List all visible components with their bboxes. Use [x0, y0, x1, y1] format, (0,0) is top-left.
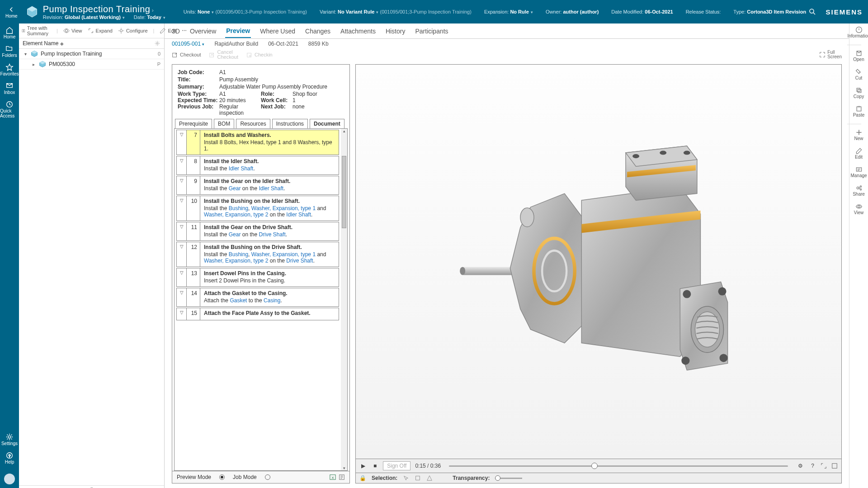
checkout-button[interactable]: Checkout [172, 52, 201, 58]
step-row[interactable]: ▽ 14 Attach the Gasket to the Casing. At… [176, 288, 339, 307]
step-collapse-icon[interactable]: ▽ [177, 242, 187, 267]
step-collapse-icon[interactable]: ▽ [177, 268, 187, 286]
doc-tab-instructions[interactable]: Instructions [272, 119, 308, 128]
job-mode-label: Job Mode [233, 474, 257, 480]
preview-mode-radio[interactable] [219, 474, 225, 480]
configure-button[interactable]: Configure [118, 28, 148, 34]
left-rail-folders[interactable]: Folders [0, 45, 19, 58]
job-metadata: Job Code:A1 Title:Pump Assembly Summary:… [172, 65, 349, 119]
timeline-slider[interactable] [449, 465, 788, 467]
svg-rect-8 [24, 29, 24, 32]
sign-off-button[interactable]: Sign Off [383, 461, 410, 470]
doc-tab-prerequisite[interactable]: Prerequisite [175, 119, 212, 128]
help-icon[interactable]: ? [809, 462, 816, 469]
document-panel: Job Code:A1 Title:Pump Assembly Summary:… [172, 64, 350, 483]
variant-selector[interactable]: Variant: No Variant Rule▾ (001095/001;3-… [320, 9, 472, 14]
lock-icon[interactable]: 🔒 [359, 475, 366, 481]
gear-icon[interactable] [154, 40, 160, 47]
export-excel-icon[interactable]: X [330, 474, 336, 480]
svg-text:?: ? [8, 454, 10, 458]
tree-row[interactable]: ▾Pump Inspection Training0 [19, 49, 164, 59]
step-row[interactable]: ▽ 8 Install the Idler Shaft. Install the… [176, 156, 339, 175]
step-row[interactable]: ▽ 11 Install the Gear on the Drive Shaft… [176, 222, 339, 241]
transparency-slider[interactable] [495, 478, 522, 479]
version-selector[interactable]: 001095-001 ▾ [172, 41, 204, 47]
step-collapse-icon[interactable]: ▽ [177, 130, 187, 155]
step-row[interactable]: ▽ 7 Install Bolts and Washers. Install 8… [176, 130, 339, 155]
view-button[interactable]: View [63, 28, 82, 34]
steps-scrollbar[interactable]: ▴ ▾ [341, 129, 347, 470]
step-collapse-icon[interactable]: ▽ [177, 176, 187, 194]
build-label: RapidAuthor Build [214, 41, 258, 47]
step-collapse-icon[interactable]: ▽ [177, 308, 187, 320]
step-row[interactable]: ▽ 13 Insert Dowel Pins in the Casing. In… [176, 268, 339, 287]
right-rail-share[interactable]: Share [847, 184, 868, 197]
right-rail-view[interactable]: View [847, 203, 868, 215]
doc-tab-resources[interactable]: Resources [236, 119, 270, 128]
right-rail-paste[interactable]: Paste [847, 105, 868, 117]
tab-attachments[interactable]: Attachments [340, 25, 377, 38]
tab-preview[interactable]: Preview [225, 24, 251, 38]
step-collapse-icon[interactable]: ▽ [177, 196, 187, 221]
svg-marker-38 [427, 476, 432, 481]
tree-with-summary-button[interactable]: Tree with Summary [22, 25, 51, 36]
left-rail-favorites[interactable]: Favorites [0, 63, 19, 76]
left-rail-inbox[interactable]: Inbox [0, 82, 19, 95]
selection-tool-3[interactable] [426, 475, 433, 481]
play-button[interactable]: ▶ [359, 462, 367, 469]
expansion-selector[interactable]: Expansion: No Rule▾ [484, 9, 533, 14]
units-selector[interactable]: Units: None▾ (001095/001;3-Pump Inspecti… [184, 9, 307, 14]
selection-tool-2[interactable] [415, 475, 421, 481]
viewer-fullscreen-icon[interactable] [821, 463, 827, 469]
tree-column-header[interactable]: Element Name◆ [19, 38, 164, 49]
tab-participants[interactable]: Participants [414, 25, 449, 38]
right-rail-open[interactable]: Open [847, 50, 868, 62]
svg-point-9 [65, 29, 67, 32]
right-rail-edit[interactable]: Edit [847, 147, 868, 160]
left-rail-home[interactable]: Home [0, 26, 19, 39]
search-icon[interactable] [808, 8, 816, 16]
left-rail-quick-access[interactable]: Quick Access [0, 100, 19, 118]
step-row[interactable]: ▽ 9 Install the Gear on the Idler Shaft.… [176, 176, 339, 195]
step-collapse-icon[interactable]: ▽ [177, 288, 187, 306]
step-number: 7 [187, 130, 200, 155]
step-collapse-icon[interactable]: ▽ [177, 222, 187, 240]
back-home-label: Home [5, 14, 18, 19]
right-rail-new[interactable]: New [847, 129, 868, 141]
user-avatar[interactable] [4, 474, 15, 484]
right-rail-manage[interactable]: Manage [847, 166, 868, 178]
tab-overview[interactable]: Overview [189, 25, 217, 38]
viewer-export-icon[interactable] [831, 463, 838, 469]
export-pdf-icon[interactable] [339, 474, 345, 480]
fullscreen-button[interactable]: FullScreen [819, 50, 842, 59]
panel-splitter[interactable]: ◂▸ [19, 485, 164, 488]
step-number: 11 [187, 222, 200, 240]
step-row[interactable]: ▽ 10 Install the Bushing on the Idler Sh… [176, 196, 339, 221]
tab-history[interactable]: History [385, 25, 406, 38]
revision-selector[interactable]: Revision: Global (Latest Working)▾ [43, 14, 125, 20]
tab-3d[interactable]: 3D [171, 25, 181, 38]
right-rail-information[interactable]: Information [847, 26, 868, 38]
right-rail-copy[interactable]: Copy [847, 87, 868, 99]
step-row[interactable]: ▽ 12 Install the Bushing on the Drive Sh… [176, 242, 339, 267]
viewer-settings-icon[interactable]: ⚙ [796, 462, 805, 469]
date-selector[interactable]: Date: Today▾ [134, 14, 165, 20]
left-rail-settings[interactable]: Settings [1, 433, 18, 446]
tree-row[interactable]: ▸PM005300P [19, 59, 164, 70]
doc-tab-bom[interactable]: BOM [214, 119, 234, 128]
viewer-canvas[interactable] [356, 65, 841, 459]
left-rail-help[interactable]: ?Help [1, 451, 18, 465]
step-collapse-icon[interactable]: ▽ [177, 156, 187, 174]
doc-tab-document[interactable]: Document [310, 119, 344, 128]
step-row[interactable]: ▽ 15 Attach the Face Plate Assy to the G… [176, 308, 339, 320]
owner-info: Owner: author (author) [546, 9, 599, 14]
tab-changes[interactable]: Changes [304, 25, 331, 38]
back-home[interactable]: Home [5, 5, 18, 19]
selection-tool-1[interactable] [403, 475, 409, 481]
tab-where-used[interactable]: Where Used [259, 25, 296, 38]
right-rail-cut[interactable]: Cut [847, 68, 868, 80]
expand-button[interactable]: Expand [88, 28, 113, 34]
job-mode-radio[interactable] [265, 474, 270, 480]
stop-button[interactable]: ■ [372, 462, 378, 469]
svg-rect-43 [856, 168, 861, 171]
